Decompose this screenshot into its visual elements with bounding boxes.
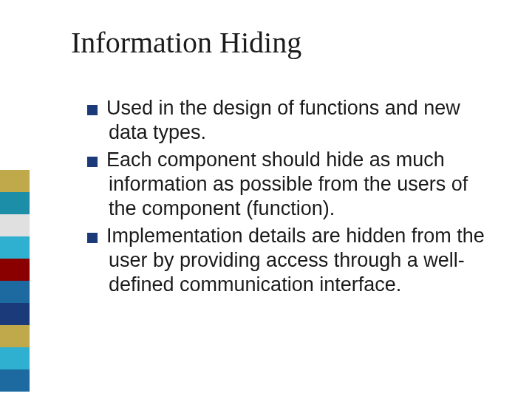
color-block — [0, 347, 30, 369]
color-block — [0, 325, 30, 347]
bullet-text: Each component should hide as much infor… — [106, 149, 468, 219]
color-block — [0, 369, 30, 392]
bullet-text: Implementation details are hidden from t… — [106, 225, 485, 296]
square-bullet-icon — [87, 157, 98, 167]
slide: Information Hiding Used in the design of… — [0, 0, 532, 399]
color-block — [0, 303, 30, 325]
list-item: Used in the design of functions and new … — [87, 96, 501, 145]
square-bullet-icon — [87, 233, 98, 243]
slide-title: Information Hiding — [71, 25, 301, 60]
bullet-text: Used in the design of functions and new … — [106, 97, 460, 143]
slide-body: Used in the design of functions and new … — [87, 96, 501, 300]
color-block — [0, 281, 30, 303]
list-item: Each component should hide as much infor… — [87, 148, 501, 221]
color-block — [0, 170, 30, 192]
square-bullet-icon — [87, 105, 98, 115]
color-block — [0, 236, 30, 259]
list-item: Implementation details are hidden from t… — [87, 224, 501, 297]
color-block — [0, 214, 30, 236]
decorative-sidebar — [0, 170, 30, 392]
color-block — [0, 192, 30, 214]
color-block — [0, 259, 30, 281]
